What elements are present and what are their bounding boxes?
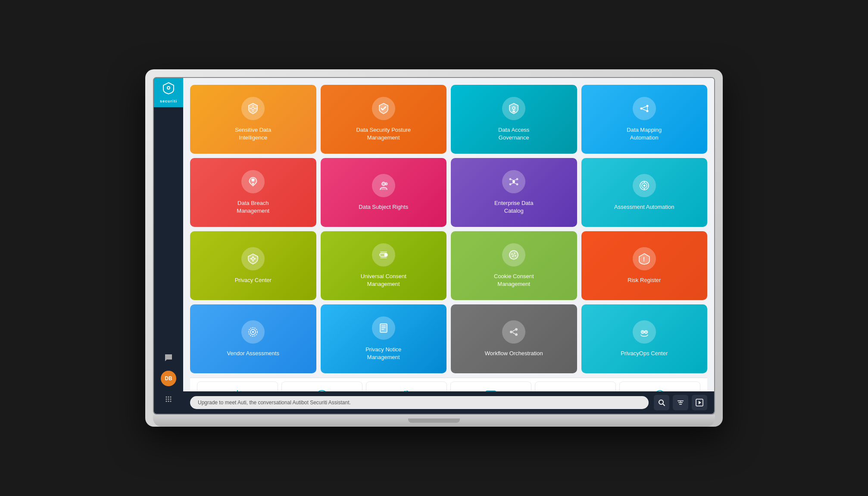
svg-line-32 bbox=[514, 183, 516, 184]
svg-line-29 bbox=[511, 180, 514, 180]
tile-icon-enterprise-catalog bbox=[502, 170, 525, 193]
svg-point-17 bbox=[646, 110, 648, 112]
svg-point-8 bbox=[166, 401, 167, 402]
svg-point-6 bbox=[168, 399, 169, 400]
tile-universal-consent[interactable]: Universal ConsentManagement bbox=[321, 231, 447, 300]
search-chat-btn[interactable] bbox=[654, 395, 669, 410]
svg-point-23 bbox=[385, 183, 387, 185]
svg-point-50 bbox=[515, 255, 516, 256]
svg-point-5 bbox=[166, 399, 167, 400]
svg-line-86 bbox=[663, 404, 665, 406]
svg-point-52 bbox=[513, 254, 514, 255]
tile-icon-data-subject bbox=[372, 174, 395, 197]
tile-label-sensitive-data: Sensitive DataIntelligence bbox=[235, 126, 271, 142]
chat-placeholder[interactable]: Upgrade to meet Auti, the conversational… bbox=[190, 396, 649, 409]
tile-icon-risk-register: ! bbox=[633, 247, 656, 270]
tile-privacyops-center[interactable]: PrivacyOps Center bbox=[581, 304, 708, 373]
svg-point-12 bbox=[253, 108, 254, 109]
tile-icon-vendor bbox=[241, 320, 265, 344]
utility-tile-message-center[interactable]: Message Center bbox=[450, 381, 531, 391]
tile-label-data-access: Data AccessGovernance bbox=[498, 126, 529, 142]
tile-data-security-posture[interactable]: Data Security PostureManagement bbox=[321, 85, 447, 154]
tile-cookie-consent[interactable]: Cookie ConsentManagement bbox=[451, 231, 577, 300]
grid-dots-btn[interactable] bbox=[161, 391, 176, 407]
tile-label-enterprise-catalog: Enterprise DataCatalog bbox=[494, 199, 533, 215]
tile-sensitive-data-intelligence[interactable]: Sensitive DataIntelligence bbox=[190, 85, 316, 154]
tile-risk-register[interactable]: ! Risk Register bbox=[581, 231, 708, 300]
filter-chat-btn[interactable] bbox=[673, 395, 688, 410]
svg-point-9 bbox=[168, 401, 169, 402]
tile-data-access-governance[interactable]: Data AccessGovernance bbox=[451, 85, 577, 154]
tile-icon-universal-consent bbox=[372, 243, 395, 267]
tile-label-cookie-consent: Cookie ConsentManagement bbox=[494, 273, 534, 288]
svg-line-18 bbox=[642, 106, 646, 108]
svg-point-7 bbox=[170, 399, 172, 400]
main-content: Sensitive DataIntelligence Data Security… bbox=[183, 78, 714, 414]
tile-label-workflow: Workflow Orchestration bbox=[485, 350, 543, 357]
tile-data-mapping[interactable]: Data MappingAutomation bbox=[581, 85, 708, 154]
svg-point-69 bbox=[646, 331, 646, 332]
tile-data-breach[interactable]: Data BreachManagement bbox=[190, 158, 316, 227]
play-chat-btn[interactable] bbox=[692, 395, 707, 410]
tile-label-data-breach: Data BreachManagement bbox=[237, 199, 269, 215]
tile-workflow-orchestration[interactable]: Workflow Orchestration bbox=[451, 304, 577, 373]
utility-bar: Settings Data Syst bbox=[190, 378, 707, 391]
utility-tile-knowledge-center[interactable]: ? Knowledge Center bbox=[619, 381, 700, 391]
tile-icon-privacy-notice bbox=[372, 316, 395, 340]
tile-label-data-subject: Data Subject Rights bbox=[359, 203, 408, 211]
tile-icon-data-mapping bbox=[633, 97, 656, 120]
utility-tile-data-systems[interactable]: Data Systems bbox=[281, 381, 362, 391]
laptop-notch bbox=[408, 418, 460, 423]
tile-label-assessment: Assessment Automation bbox=[614, 203, 674, 211]
tile-vendor-assessments[interactable]: Vendor Assessments bbox=[190, 304, 316, 373]
tile-privacy-center[interactable]: Privacy Center bbox=[190, 231, 316, 300]
tile-enterprise-data-catalog[interactable]: Enterprise DataCatalog bbox=[451, 158, 577, 227]
utility-tile-settings[interactable]: Settings bbox=[197, 381, 278, 391]
svg-text:!: ! bbox=[643, 256, 645, 263]
module-grid-area: Sensitive DataIntelligence Data Security… bbox=[183, 78, 714, 391]
tile-icon-assessment bbox=[633, 174, 656, 197]
tile-icon-sensitive-data bbox=[241, 97, 265, 120]
laptop-screen: securiti DB bbox=[153, 77, 715, 415]
svg-point-16 bbox=[646, 105, 648, 107]
svg-point-15 bbox=[640, 107, 642, 109]
svg-point-26 bbox=[516, 178, 518, 180]
app-logo[interactable]: securiti bbox=[154, 78, 183, 107]
tile-label-privacy-notice: Privacy NoticeManagement bbox=[365, 346, 401, 361]
svg-line-31 bbox=[511, 183, 514, 184]
tile-label-universal-consent: Universal ConsentManagement bbox=[361, 273, 406, 288]
tile-label-data-mapping: Data MappingAutomation bbox=[627, 126, 662, 142]
tile-icon-workflow bbox=[502, 320, 525, 344]
chat-actions bbox=[654, 395, 707, 410]
laptop-frame: securiti DB bbox=[145, 69, 723, 427]
svg-point-25 bbox=[509, 178, 512, 180]
tile-data-subject-rights[interactable]: Data Subject Rights bbox=[321, 158, 447, 227]
svg-point-4 bbox=[170, 397, 172, 398]
app-container: securiti DB bbox=[154, 78, 714, 414]
tile-label-privacy-center: Privacy Center bbox=[235, 276, 272, 284]
svg-point-21 bbox=[252, 183, 254, 185]
svg-point-24 bbox=[512, 180, 515, 183]
svg-rect-46 bbox=[380, 251, 387, 252]
tile-icon-data-security bbox=[372, 97, 395, 120]
tile-label-risk-register: Risk Register bbox=[628, 276, 661, 284]
utility-grid: Settings Data Syst bbox=[197, 381, 700, 391]
chat-sidebar-btn[interactable] bbox=[161, 350, 176, 366]
svg-point-28 bbox=[516, 183, 518, 185]
utility-tile-deployment[interactable]: Deployment bbox=[366, 381, 447, 391]
svg-point-27 bbox=[509, 183, 512, 185]
svg-point-1 bbox=[168, 87, 169, 89]
tile-privacy-notice[interactable]: Privacy NoticeManagement bbox=[321, 304, 447, 373]
laptop-base bbox=[153, 415, 715, 427]
svg-point-44 bbox=[384, 253, 387, 256]
svg-rect-14 bbox=[512, 111, 515, 112]
user-avatar[interactable]: DB bbox=[161, 371, 176, 386]
utility-tile-audit-log[interactable]: Audit Log bbox=[535, 381, 616, 391]
tile-assessment-automation[interactable]: Assessment Automation bbox=[581, 158, 708, 227]
chat-bar: Upgrade to meet Auti, the conversational… bbox=[183, 391, 714, 414]
sidebar: securiti DB bbox=[154, 78, 183, 414]
svg-rect-57 bbox=[380, 324, 387, 332]
svg-line-19 bbox=[642, 109, 646, 111]
svg-point-35 bbox=[643, 184, 645, 186]
svg-point-48 bbox=[512, 253, 513, 254]
